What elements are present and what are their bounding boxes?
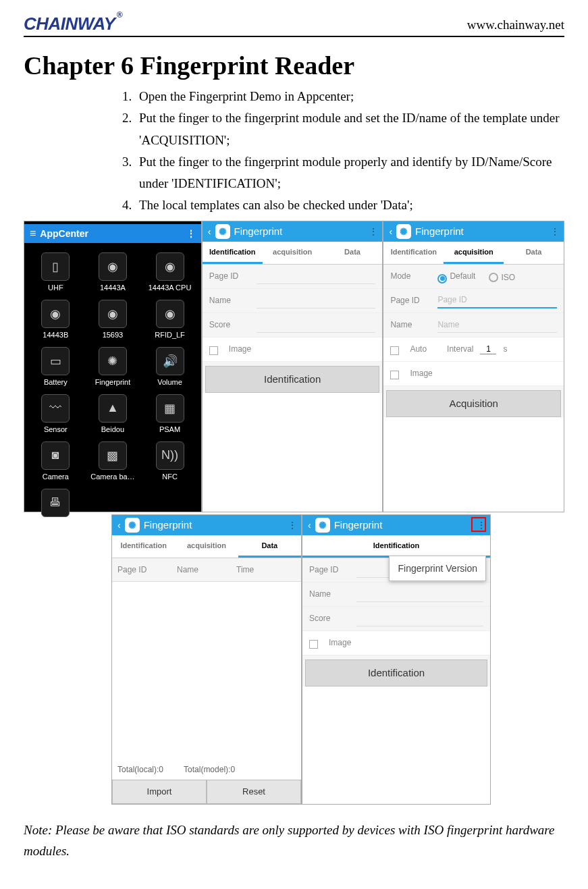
back-icon[interactable]: ‹ (208, 226, 211, 237)
appcenter-title: AppCenter (36, 228, 186, 239)
tab-acquisition[interactable]: acquisition (175, 535, 238, 558)
fp-titlebar: ‹ ✺ Fingerprint ⋮ (203, 221, 383, 242)
label-interval-unit: s (503, 344, 507, 354)
app-14443b[interactable]: ◉14443B (27, 296, 84, 343)
chapter-title: Chapter 6 Fingerprint Reader (24, 51, 564, 80)
label-name: Name (209, 296, 250, 305)
tab-identification[interactable]: Identification (203, 242, 263, 264)
tab-data[interactable]: Data (238, 535, 301, 558)
app-icon: ◉ (156, 300, 184, 328)
import-button[interactable]: Import (112, 780, 207, 804)
logo: CHAINWAY® (24, 14, 121, 34)
screenshot-version-menu: ‹ ✺ Fingerprint ⋮ Identification Fingerp… (302, 514, 491, 805)
acquisition-button[interactable]: Acquisition (386, 390, 561, 417)
app-label: RFID_LF (155, 331, 185, 339)
logo-text: CHAINWAY (24, 14, 115, 34)
input-interval[interactable]: 1 (480, 344, 496, 354)
step-3: Put the finger to the fingerprint module… (135, 151, 564, 195)
identification-button[interactable]: Identification (305, 659, 487, 686)
app-nfc[interactable]: N))NFC (141, 437, 198, 485)
app-volume[interactable]: 🔊Volume (141, 343, 198, 390)
app-fingerprint[interactable]: ✺Fingerprint (84, 343, 142, 390)
label-auto: Auto (410, 344, 427, 354)
overflow-icon[interactable]: ⋮ (288, 520, 296, 531)
app-sensor[interactable]: 〰Sensor (27, 390, 84, 437)
radio-iso[interactable]: ISO (489, 271, 515, 282)
app-label: NFC (162, 473, 178, 481)
col-name: Name (177, 565, 236, 574)
app-label: Battery (44, 378, 68, 386)
site-url: www.chainway.net (467, 14, 564, 32)
app-camera[interactable]: ◙Camera (27, 437, 84, 485)
back-icon[interactable]: ‹ (308, 520, 311, 531)
input-name[interactable] (257, 292, 376, 308)
checkbox-image[interactable] (390, 371, 399, 379)
app-icon: ✺ (99, 347, 127, 375)
label-image: Image (410, 369, 432, 378)
app-label: Sensor (44, 425, 68, 433)
app-icon: 〰 (41, 394, 70, 423)
app-14443a-cpu[interactable]: ◉14443A CPU (141, 248, 198, 296)
input-score[interactable] (257, 317, 376, 333)
fp-title: Fingerprint (234, 225, 283, 237)
label-name: Name (309, 589, 350, 599)
back-icon[interactable]: ‹ (389, 226, 392, 237)
fp-title: Fingerprint (334, 519, 383, 531)
app-rfid-lf[interactable]: ◉RFID_LF (141, 296, 198, 343)
tab-acquisition[interactable]: acquisition (263, 242, 323, 264)
app-label: 14443A (100, 284, 126, 292)
step-4: The local templates can also be checked … (135, 194, 564, 216)
app-printer[interactable]: 🖶Printer (27, 485, 84, 532)
tab-data[interactable]: Data (504, 242, 564, 264)
app-icon: ▦ (156, 394, 184, 423)
tab-identification[interactable]: Identification (302, 535, 490, 558)
input-score[interactable] (356, 610, 483, 626)
app-beidou[interactable]: ▲Beidou (84, 390, 142, 437)
overflow-icon[interactable]: ⋮ (369, 226, 377, 237)
app-15693[interactable]: ◉15693 (84, 296, 142, 343)
screenshot-acquisition: ‹ ✺ Fingerprint ⋮ Identification acquisi… (383, 221, 564, 512)
total-local: Total(local):0 (117, 765, 163, 774)
menu-fingerprint-version[interactable]: Fingerprint Version (389, 556, 486, 581)
app-label: 14443B (43, 331, 68, 339)
doc-header: CHAINWAY® www.chainway.net (24, 14, 564, 37)
checkbox-image[interactable] (209, 346, 218, 355)
step-2: Put the finger to the fingerprint module… (135, 107, 564, 151)
appcenter-bar: ≡ AppCenter ⋮ (24, 224, 201, 243)
app-icon: ◙ (41, 441, 70, 470)
input-name[interactable] (356, 586, 483, 602)
radio-default[interactable]: Default (437, 271, 475, 281)
label-interval: Interval (447, 344, 473, 354)
app-icon: ▲ (99, 394, 127, 423)
app-label: Camera (43, 473, 69, 481)
highlight-box (471, 517, 486, 532)
app-icon: N)) (156, 441, 184, 470)
app-psam[interactable]: ▦PSAM (141, 390, 198, 437)
overflow-icon[interactable]: ⋮ (186, 228, 196, 239)
app-uhf[interactable]: ▯UHF (27, 248, 84, 296)
tab-data[interactable]: Data (323, 242, 383, 264)
app-14443a[interactable]: ◉14443A (84, 248, 142, 296)
col-time: Time (236, 565, 296, 574)
reset-button[interactable]: Reset (207, 780, 301, 804)
data-table-header: Page ID Name Time (112, 558, 301, 582)
fp-title: Fingerprint (415, 225, 464, 237)
tab-acquisition[interactable]: acquisition (444, 242, 504, 264)
app-label: Fingerprint (95, 378, 131, 386)
input-page-id[interactable]: Page ID (437, 292, 557, 308)
overflow-icon[interactable]: ⋮ (550, 226, 558, 237)
app-camera-ba-[interactable]: ▩Camera ba… (84, 437, 142, 485)
app-icon: ▯ (41, 252, 70, 281)
back-icon[interactable]: ‹ (117, 520, 121, 531)
input-name[interactable]: Name (437, 317, 557, 333)
checkbox-auto[interactable] (390, 346, 399, 355)
screenshot-appcenter: ≡ AppCenter ⋮ ▯UHF◉14443A◉14443A CPU◉144… (24, 221, 202, 512)
checkbox-image[interactable] (309, 640, 318, 649)
tab-identification[interactable]: Identification (383, 242, 444, 264)
app-battery[interactable]: ▭Battery (27, 343, 84, 390)
tab-identification[interactable]: Identification (112, 535, 175, 558)
app-label: Beidou (101, 425, 124, 433)
input-page-id[interactable] (257, 268, 376, 284)
menu-icon[interactable]: ≡ (30, 227, 36, 240)
identification-button[interactable]: Identification (205, 366, 380, 393)
